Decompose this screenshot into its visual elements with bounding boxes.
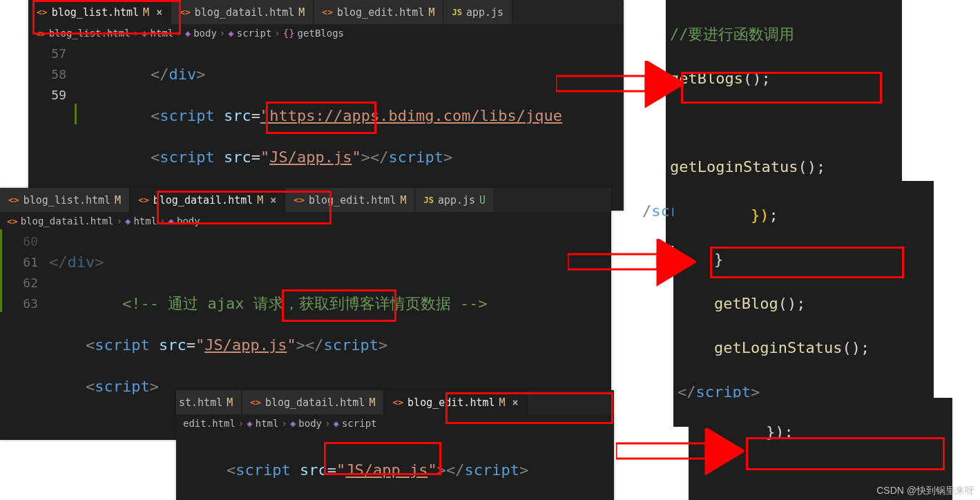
crumb[interactable]: html [151, 28, 174, 39]
modified-flag: M [369, 396, 375, 409]
tab-label: blog_datail.html [195, 6, 295, 19]
code-snippet-2: }); } getBlog(); getLoginStatus(); </scr… [673, 181, 934, 427]
line-number: 63 [0, 294, 38, 314]
code-line[interactable]: <script src="JS/app.js"></script> [77, 147, 562, 168]
code-line[interactable]: <script src="JS/app.js"></script> [49, 335, 488, 356]
code-line[interactable]: <!-- 通过 ajax 请求，获取到博客详情页数据 --> [49, 294, 488, 314]
html-icon: <> [8, 195, 19, 205]
html-icon: <> [322, 7, 333, 17]
crumb[interactable]: blog_list.html [49, 28, 131, 39]
tab-label: blog_datail.html [265, 396, 365, 409]
close-icon[interactable]: × [270, 194, 276, 206]
tab-appjs[interactable]: JS app.js [443, 0, 512, 24]
modified-flag: M [400, 194, 406, 206]
crumb[interactable]: body [298, 418, 322, 429]
line-number: 57 [28, 44, 66, 64]
gutter: 60 61 62 63 [0, 230, 49, 440]
modified-flag: M [428, 6, 434, 19]
modified-flag: M [298, 6, 305, 19]
tab-blog-edit[interactable]: <> blog_edit.html M [285, 188, 415, 212]
breadcrumb: <> blog_list.html› ◈ html› ◈ body› ◈ scr… [28, 24, 624, 42]
cube-icon: ◈ [333, 418, 338, 429]
tab-blog-datail[interactable]: <> blog_datail.html M × [130, 188, 285, 212]
editor-block-3: st.html M <> blog_datail.html M <> blog_… [176, 390, 614, 500]
tab-label: app.js [438, 194, 475, 206]
modified-flag: M [499, 396, 506, 409]
modified-flag: M [143, 6, 149, 19]
tab-label: app.js [466, 6, 503, 19]
code-line[interactable]: </div> [49, 252, 488, 273]
cube-icon: ◈ [228, 28, 233, 39]
crumb[interactable]: getBlogs [298, 28, 344, 39]
tab-blog-edit[interactable]: <> blog_edit.html M [314, 0, 443, 24]
modified-flag: M [227, 396, 233, 409]
untracked-flag: U [479, 194, 486, 206]
crumb[interactable]: edit.html [183, 418, 236, 429]
code-area[interactable]: <script src="JS/app.js"></script> <scrip… [176, 432, 614, 500]
cube-icon: ◈ [185, 28, 191, 39]
tab-blog-list[interactable]: <> blog_list.html M [0, 188, 130, 212]
code-line[interactable]: getLoginStatus(); [678, 337, 930, 359]
html-icon: <> [392, 397, 403, 407]
git-gutter-modified [75, 104, 77, 124]
html-icon: <> [138, 195, 149, 205]
crumb[interactable]: script [237, 28, 272, 39]
html-icon: <> [180, 7, 191, 17]
html-icon: <> [35, 28, 46, 39]
line-number: 59 [28, 85, 66, 106]
crumb[interactable]: body [177, 215, 200, 227]
code-line[interactable]: <script src="https://apps.bdimg.com/libs… [77, 106, 562, 126]
crumb[interactable]: body [193, 28, 217, 39]
tab-blog-datail[interactable]: <> blog_datail.html M [242, 390, 384, 414]
html-icon: <> [294, 195, 305, 205]
html-icon: <> [7, 216, 18, 227]
js-icon: JS [423, 195, 433, 205]
crumb[interactable]: script [342, 418, 377, 429]
crumb[interactable]: blog_datail.html [21, 215, 114, 227]
tab-label: blog_list.html [23, 194, 111, 206]
code-line[interactable]: getLoginStatus(); [670, 156, 898, 178]
tab-blog-edit[interactable]: <> blog_edit.html M × [384, 390, 527, 414]
crumb[interactable]: html [133, 215, 157, 227]
tab-blog-datail[interactable]: <> blog_datail.html M [171, 0, 314, 24]
line-number: 58 [28, 64, 66, 85]
code-line[interactable]: } [678, 249, 930, 271]
code-line[interactable]: //要进行函数调用 [670, 23, 898, 46]
git-gutter-modified [0, 229, 2, 312]
method-icon: {} [283, 28, 295, 39]
watermark: CSDN @快到锅里来呀 [876, 485, 974, 497]
tab-label: blog_edit.html [309, 194, 396, 206]
tab-blog-list[interactable]: <> blog_list.html M × [28, 0, 171, 24]
code-line[interactable]: </div> [77, 64, 562, 85]
cube-icon: ◈ [290, 418, 296, 429]
tab-appjs[interactable]: JS app.js U [415, 188, 494, 212]
tab-label: st.html [179, 396, 222, 409]
breadcrumb: <> blog_datail.html› ◈ html› ◈ body [0, 212, 611, 230]
code-line[interactable] [670, 112, 898, 134]
tab-bar: st.html M <> blog_datail.html M <> blog_… [176, 390, 614, 414]
code-line[interactable]: getBlogs(); [670, 68, 898, 90]
html-icon: <> [250, 397, 261, 407]
tab-bar: <> blog_list.html M <> blog_datail.html … [0, 188, 611, 212]
code-line[interactable]: }); [693, 421, 948, 443]
cube-icon: ◈ [247, 418, 252, 429]
tab-label: blog_list.html [52, 6, 139, 19]
code-line[interactable]: <script src="JS/app.js"></script> [190, 460, 528, 481]
line-number: 61 [0, 252, 38, 273]
cube-icon: ◈ [125, 215, 131, 227]
line-number: 62 [0, 273, 38, 294]
html-icon: <> [37, 7, 48, 17]
tab-partial[interactable]: st.html M [176, 390, 242, 414]
js-icon: JS [452, 8, 461, 17]
close-icon[interactable]: × [512, 396, 519, 409]
code-lines[interactable]: <script src="JS/app.js"></script> <scrip… [190, 438, 528, 500]
breadcrumb: edit.html› ◈ html› ◈ body› ◈ script [176, 414, 614, 432]
close-icon[interactable]: × [156, 6, 162, 19]
modified-flag: M [115, 194, 121, 206]
crumb[interactable]: html [256, 418, 279, 429]
code-line[interactable]: getBlog(); [678, 293, 930, 315]
code-lines[interactable]: </div> <script src="https://apps.bdimg.c… [77, 42, 562, 211]
cube-icon: ◈ [142, 28, 147, 39]
code-area[interactable]: 57 58 59 </div> <script src="https://app… [28, 42, 624, 211]
code-line[interactable]: }); [678, 204, 930, 227]
